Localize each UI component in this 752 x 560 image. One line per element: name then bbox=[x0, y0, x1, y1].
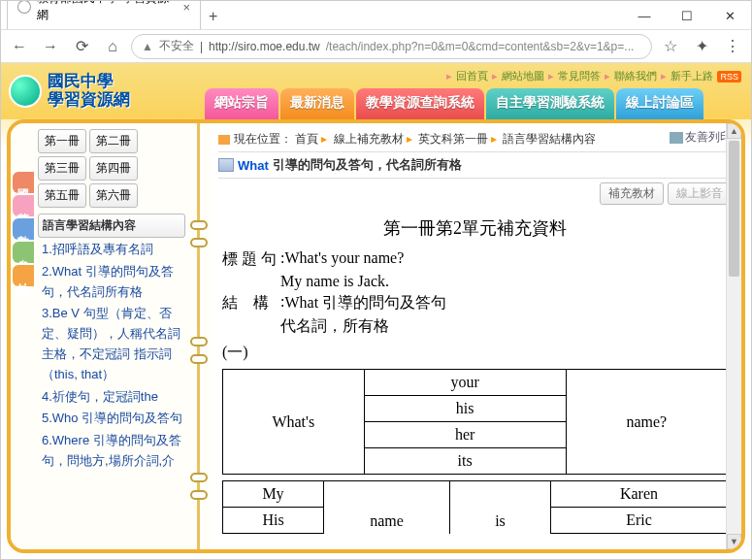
bookmark-star-icon[interactable]: ☆ bbox=[658, 34, 683, 59]
browser-titlebar: 教育部國民中學‧學習資源網 × + ― ☐ ✕ bbox=[1, 1, 751, 30]
structure-label: 結 構 bbox=[222, 293, 280, 313]
breadcrumb-link[interactable]: 線上補充教材 bbox=[334, 132, 404, 146]
volume-button[interactable]: 第三冊 bbox=[38, 156, 86, 181]
nav-tab[interactable]: 教學資源查詢系統 bbox=[356, 88, 484, 121]
scroll-up-button[interactable]: ▲ bbox=[727, 123, 741, 139]
example-sentence: My name is Jack. bbox=[280, 273, 389, 290]
content-heading: 第一冊第2單元補充資料 bbox=[222, 216, 728, 240]
scroll-thumb[interactable] bbox=[729, 141, 739, 277]
nav-home-button[interactable]: ⌂ bbox=[100, 34, 125, 59]
breadcrumb-link[interactable]: 英文科第一冊 bbox=[418, 132, 488, 146]
url-host: http://siro.moe.edu.tw bbox=[209, 40, 320, 53]
print-link[interactable]: 友善列印 bbox=[670, 129, 732, 146]
table-cell: name bbox=[324, 481, 450, 534]
tab-favicon bbox=[17, 0, 31, 14]
subject-tab[interactable]: 英語科 bbox=[13, 195, 34, 216]
logo-badge-icon bbox=[9, 75, 42, 108]
extension-icon[interactable]: ✦ bbox=[689, 34, 714, 59]
quick-links: ▸回首頁 ▸網站地圖 ▸常見問答 ▸聯絡我們 ▸新手上路 RSS bbox=[446, 69, 741, 83]
site-logo[interactable]: 國民中學 學習資源網 bbox=[1, 73, 130, 109]
subject-tab[interactable]: 社會科 bbox=[13, 265, 34, 286]
window-minimize-button[interactable]: ― bbox=[623, 2, 666, 29]
main-nav: 網站宗旨 最新消息 教學資源查詢系統 自主學習測驗系統 線上討論區 bbox=[205, 88, 705, 121]
menu-icon[interactable]: ⋮ bbox=[720, 34, 745, 59]
window-maximize-button[interactable]: ☐ bbox=[666, 2, 708, 29]
volume-button[interactable]: 第一冊 bbox=[38, 129, 86, 153]
table-cell: its bbox=[364, 448, 566, 475]
tab-title: 教育部國民中學‧學習資源網 bbox=[37, 0, 178, 23]
table-cell: Karen bbox=[551, 481, 728, 508]
video-button[interactable]: 線上影音 bbox=[668, 182, 732, 205]
content-area: 現在位置： 首頁▸ 線上補充教材▸ 英文科第一冊▸ 語言學習結構內容 友善列印 … bbox=[211, 123, 741, 549]
nav-tab[interactable]: 自主學習測驗系統 bbox=[486, 88, 614, 121]
table-cell: His bbox=[223, 508, 324, 534]
subject-tab[interactable]: 自然科 bbox=[13, 242, 34, 263]
sidebar-item[interactable]: 4.祈使句，定冠詞the bbox=[42, 387, 183, 408]
sidebar-list: 1.招呼語及專有名詞 2.What 引導的問句及答句，代名詞所有格 3.Be V… bbox=[36, 240, 187, 549]
printer-icon bbox=[670, 132, 683, 144]
quicklink[interactable]: 新手上路 bbox=[670, 69, 713, 83]
table-cell: My bbox=[223, 481, 324, 508]
sidebar-item[interactable]: 2.What 引導的問句及答句，代名詞所有格 bbox=[42, 262, 183, 303]
grammar-table-2: My name is Karen His Eric bbox=[222, 480, 728, 534]
sidebar-heading: 語言學習結構內容 bbox=[38, 214, 185, 238]
title-keyword: What bbox=[238, 158, 269, 173]
sidebar-item[interactable]: 5.Who 引導的問句及答句 bbox=[42, 409, 183, 429]
nav-tab[interactable]: 最新消息 bbox=[280, 88, 354, 121]
insecure-label: 不安全 bbox=[159, 38, 194, 54]
insecure-icon: ▲ bbox=[142, 40, 153, 53]
breadcrumb: 現在位置： 首頁▸ 線上補充教材▸ 英文科第一冊▸ 語言學習結構內容 bbox=[218, 129, 732, 149]
article-title: What 引導的問句及答句，代名詞所有格 bbox=[218, 151, 732, 179]
lesson-content: 第一冊第2單元補充資料 標題句: What's your name? My na… bbox=[218, 209, 732, 534]
volume-button[interactable]: 第六冊 bbox=[89, 183, 138, 208]
nav-tab[interactable]: 線上討論區 bbox=[616, 88, 703, 121]
title-rest: 引導的問句及答句，代名詞所有格 bbox=[273, 156, 462, 174]
breadcrumb-current: 語言學習結構內容 bbox=[503, 132, 596, 146]
notebook-spine bbox=[187, 123, 211, 549]
example-label: 標題句 bbox=[222, 249, 280, 270]
rss-badge[interactable]: RSS bbox=[717, 71, 741, 82]
table-cell: her bbox=[364, 422, 566, 448]
new-tab-button[interactable]: + bbox=[201, 4, 225, 29]
volume-button[interactable]: 第四冊 bbox=[89, 156, 138, 181]
breadcrumb-link[interactable]: 首頁 bbox=[295, 132, 318, 146]
subject-tab[interactable]: 數學科 bbox=[13, 218, 34, 240]
grammar-table-1: What's your name? his her its bbox=[222, 369, 728, 475]
sidebar-item[interactable]: 1.招呼語及專有名詞 bbox=[42, 240, 183, 260]
sidebar-item[interactable]: 3.Be V 句型（肯定、否定、疑問），人稱代名詞主格，不定冠詞 指示詞（thi… bbox=[42, 304, 183, 384]
table-cell: his bbox=[364, 396, 566, 422]
nav-tab[interactable]: 網站宗旨 bbox=[205, 88, 278, 121]
scroll-down-button[interactable]: ▼ bbox=[727, 534, 741, 549]
address-bar[interactable]: ▲ 不安全 | http://siro.moe.edu.tw/teach/ind… bbox=[131, 34, 652, 59]
site-title-2: 學習資源網 bbox=[48, 91, 130, 110]
volume-button[interactable]: 第五冊 bbox=[38, 183, 86, 208]
browser-toolbar: ← → ⟳ ⌂ ▲ 不安全 | http://siro.moe.edu.tw/t… bbox=[1, 30, 751, 63]
table-cell: Eric bbox=[551, 508, 728, 534]
browser-tab[interactable]: 教育部國民中學‧學習資源網 × bbox=[7, 0, 201, 29]
table-cell: is bbox=[450, 481, 551, 534]
nav-reload-button[interactable]: ⟳ bbox=[69, 34, 94, 59]
left-sidebar: 第一冊 第二冊 第三冊 第四冊 第五冊 第六冊 語言學習結構內容 1.招呼語及專… bbox=[34, 123, 187, 549]
nav-back-button[interactable]: ← bbox=[7, 34, 32, 59]
structure-text: 代名詞，所有格 bbox=[280, 316, 389, 337]
breadcrumb-icon bbox=[218, 135, 230, 145]
quicklink[interactable]: 聯絡我們 bbox=[614, 69, 657, 83]
sidebar-item[interactable]: 6.Where 引導的問句及答句，問地方,場所介詞,介 bbox=[42, 431, 183, 472]
document-icon bbox=[218, 158, 234, 172]
window-close-button[interactable]: ✕ bbox=[708, 2, 751, 29]
tab-close-icon[interactable]: × bbox=[182, 0, 190, 15]
structure-text: What 引導的問句及答句 bbox=[284, 293, 446, 313]
section-label: (一) bbox=[222, 343, 728, 363]
quicklink[interactable]: 網站地圖 bbox=[502, 69, 544, 83]
content-scrollbar[interactable]: ▲ ▼ bbox=[726, 123, 741, 549]
site-header: 國民中學 學習資源網 ▸回首頁 ▸網站地圖 ▸常見問答 ▸聯絡我們 ▸新手上路 … bbox=[1, 63, 751, 119]
quicklink[interactable]: 回首頁 bbox=[456, 69, 488, 83]
volume-button[interactable]: 第二冊 bbox=[89, 129, 138, 153]
supplement-button[interactable]: 補充教材 bbox=[600, 182, 664, 205]
table-cell: name? bbox=[566, 370, 727, 475]
url-path: /teach/index.php?n=0&m=0&cmd=content&sb=… bbox=[326, 40, 635, 53]
nav-forward-button[interactable]: → bbox=[38, 34, 63, 59]
subject-tab[interactable]: 國文科 bbox=[13, 172, 34, 193]
table-cell: your bbox=[364, 370, 566, 396]
quicklink[interactable]: 常見問答 bbox=[558, 69, 601, 83]
